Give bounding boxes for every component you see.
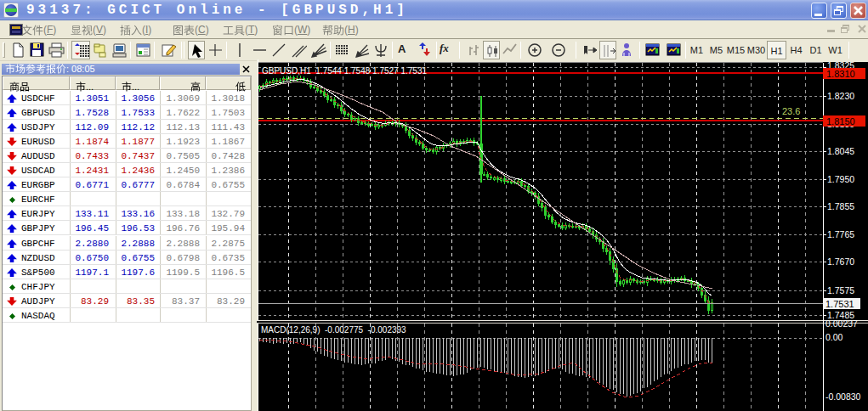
svg-text:1.8045: 1.8045 xyxy=(827,146,854,156)
svg-text:1.7855: 1.7855 xyxy=(827,201,854,211)
svg-text:1.7531: 1.7531 xyxy=(825,299,854,309)
svg-text:0.00: 0.00 xyxy=(825,332,843,342)
svg-text:1.7670: 1.7670 xyxy=(827,256,854,267)
svg-text:MACD(12,26,9) -0.002775 -0.0: MACD(12,26,9) -0.002775 -0.002393 xyxy=(261,325,406,335)
svg-text:GBPUSD,H1 1.7544 1.7548 1.752: GBPUSD,H1 1.7544 1.7548 1.7527 1.7531 xyxy=(262,66,427,76)
svg-text:1.8150: 1.8150 xyxy=(826,116,855,127)
svg-text:1.7575: 1.7575 xyxy=(827,285,854,296)
svg-text:1.8310: 1.8310 xyxy=(826,69,855,79)
svg-text:1.7765: 1.7765 xyxy=(827,229,854,239)
svg-text:1.7950: 1.7950 xyxy=(827,174,854,184)
svg-text:23.6: 23.6 xyxy=(782,106,800,116)
svg-text:0.00237: 0.00237 xyxy=(825,318,858,329)
svg-text:1.8230: 1.8230 xyxy=(827,91,854,101)
svg-text:-0.00830: -0.00830 xyxy=(825,391,861,402)
